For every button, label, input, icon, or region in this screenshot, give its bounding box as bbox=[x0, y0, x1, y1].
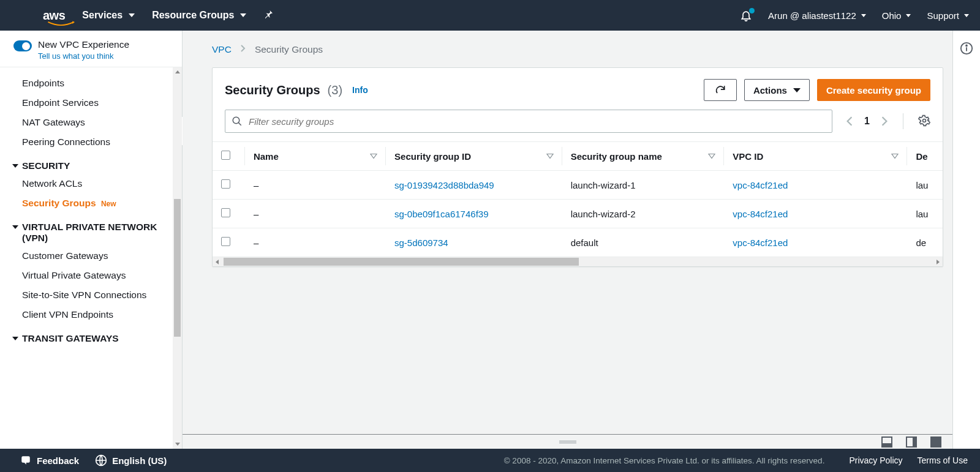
scroll-left-icon bbox=[216, 260, 219, 264]
col-desc[interactable]: De bbox=[916, 151, 927, 162]
account-menu[interactable]: Arun @ aliastest1122 bbox=[768, 10, 866, 21]
info-icon[interactable] bbox=[960, 42, 973, 55]
gear-icon bbox=[918, 114, 930, 127]
filter-input-wrap[interactable] bbox=[225, 110, 832, 133]
new-vpc-title: New VPC Experience bbox=[38, 39, 129, 50]
sidebar-item-customer-gw[interactable]: Customer Gateways bbox=[0, 246, 182, 266]
feedback-link[interactable]: Tell us what you think bbox=[38, 51, 129, 61]
sidebar-item-vpg[interactable]: Virtual Private Gateways bbox=[0, 266, 182, 285]
table-hscrollbar[interactable] bbox=[213, 257, 943, 266]
cell-desc: de bbox=[907, 228, 943, 257]
new-vpc-banner: New VPC Experience Tell us what you thin… bbox=[0, 31, 182, 67]
cell-name: – bbox=[245, 171, 386, 200]
cell-sgname: launch-wizard-2 bbox=[562, 200, 725, 228]
row-checkbox[interactable] bbox=[221, 208, 230, 217]
region-menu[interactable]: Ohio bbox=[882, 10, 911, 21]
main-content: VPC Security Groups Security Groups (3) … bbox=[183, 31, 980, 449]
cell-sgname: default bbox=[562, 228, 725, 257]
cell-name: – bbox=[245, 200, 386, 228]
view-bottom-button[interactable] bbox=[881, 436, 892, 448]
chevron-down-icon bbox=[793, 88, 801, 92]
settings-button[interactable] bbox=[918, 114, 930, 129]
chevron-down-icon bbox=[964, 14, 969, 17]
select-all-checkbox[interactable] bbox=[221, 151, 230, 160]
support-menu[interactable]: Support bbox=[927, 10, 969, 21]
sidebar-item-endpoints[interactable]: Endpoints bbox=[0, 73, 182, 93]
hscroll-thumb[interactable] bbox=[224, 258, 579, 266]
cell-sgname: launch-wizard-1 bbox=[562, 171, 725, 200]
scroll-up-icon bbox=[175, 70, 180, 73]
filter-input[interactable] bbox=[249, 116, 826, 127]
feedback-button[interactable]: Feedback bbox=[20, 455, 79, 466]
col-vpc[interactable]: VPC ID bbox=[733, 151, 763, 162]
sort-icon bbox=[708, 151, 715, 162]
scroll-right-icon bbox=[937, 260, 940, 264]
info-link[interactable]: Info bbox=[352, 85, 368, 95]
breadcrumb-current: Security Groups bbox=[255, 44, 323, 55]
pagination: 1 bbox=[846, 113, 930, 129]
section-security[interactable]: SECURITY bbox=[0, 152, 182, 174]
table-row[interactable]: – sg-0be09f1ca61746f39 launch-wizard-2 v… bbox=[213, 200, 943, 228]
split-panel-bar[interactable] bbox=[183, 434, 952, 449]
cell-sgid[interactable]: sg-0be09f1ca61746f39 bbox=[386, 200, 562, 228]
sidebar-item-network-acls[interactable]: Network ACLs bbox=[0, 174, 182, 193]
new-vpc-toggle[interactable] bbox=[13, 40, 32, 51]
page-next-button[interactable] bbox=[881, 116, 888, 127]
resource-groups-menu[interactable]: Resource Groups bbox=[152, 10, 246, 21]
cell-vpc[interactable]: vpc-84cf21ed bbox=[724, 171, 907, 200]
col-sgname[interactable]: Security group name bbox=[571, 151, 662, 162]
row-checkbox[interactable] bbox=[221, 179, 230, 189]
sidebar-item-endpoint-services[interactable]: Endpoint Services bbox=[0, 93, 182, 113]
chevron-down-icon bbox=[240, 13, 246, 17]
sidebar-item-peering[interactable]: Peering Connections bbox=[0, 132, 182, 152]
page-prev-button[interactable] bbox=[846, 116, 853, 127]
pin-icon[interactable] bbox=[263, 9, 274, 23]
breadcrumb-root[interactable]: VPC bbox=[212, 44, 232, 55]
refresh-button[interactable] bbox=[704, 79, 737, 101]
create-security-group-button[interactable]: Create security group bbox=[817, 79, 930, 101]
col-name[interactable]: Name bbox=[254, 151, 279, 162]
sidebar-item-s2s-vpn[interactable]: Site-to-Site VPN Connections bbox=[0, 285, 182, 305]
view-full-button[interactable] bbox=[930, 436, 941, 448]
cell-vpc[interactable]: vpc-84cf21ed bbox=[724, 200, 907, 228]
cell-sgid[interactable]: sg-5d609734 bbox=[386, 228, 562, 257]
section-vpn[interactable]: VIRTUAL PRIVATE NETWORK (VPN) bbox=[0, 213, 182, 246]
cell-desc: lau bbox=[907, 200, 943, 228]
privacy-link[interactable]: Privacy Policy bbox=[849, 455, 902, 465]
nav-list: Endpoints Endpoint Services NAT Gateways… bbox=[0, 67, 182, 449]
view-side-button[interactable] bbox=[906, 436, 917, 448]
scrollbar-thumb[interactable] bbox=[174, 199, 181, 337]
notifications-button[interactable] bbox=[740, 9, 752, 21]
globe-icon bbox=[95, 454, 107, 466]
cell-vpc[interactable]: vpc-84cf21ed bbox=[724, 228, 907, 257]
security-groups-table: Name Security group ID Security group na… bbox=[213, 142, 943, 257]
cell-sgid[interactable]: sg-01939423d88bda949 bbox=[386, 171, 562, 200]
table-row[interactable]: – sg-5d609734 default vpc-84cf21ed de bbox=[213, 228, 943, 257]
language-button[interactable]: English (US) bbox=[95, 454, 167, 466]
col-sgid[interactable]: Security group ID bbox=[394, 151, 471, 162]
chevron-down-icon bbox=[861, 14, 866, 17]
sidebar-item-nat-gateways[interactable]: NAT Gateways bbox=[0, 113, 182, 132]
sidebar-scrollbar[interactable] bbox=[173, 67, 182, 449]
row-checkbox[interactable] bbox=[221, 237, 230, 246]
scroll-down-icon bbox=[175, 443, 180, 446]
refresh-icon bbox=[714, 84, 726, 96]
page-number: 1 bbox=[864, 116, 870, 127]
terms-link[interactable]: Terms of Use bbox=[918, 455, 968, 465]
info-rail bbox=[952, 31, 980, 449]
sidebar-item-security-groups[interactable]: Security Groups New bbox=[0, 193, 182, 213]
footer: Feedback English (US) © 2008 - 2020, Ama… bbox=[0, 449, 980, 472]
top-nav: aws Services Resource Groups Arun @ alia… bbox=[0, 0, 980, 31]
aws-logo[interactable]: aws bbox=[43, 9, 65, 23]
sidebar-item-client-vpn[interactable]: Client VPN Endpoints bbox=[0, 305, 182, 324]
chevron-down-icon bbox=[129, 13, 135, 17]
cell-name: – bbox=[245, 228, 386, 257]
sidebar: New VPC Experience Tell us what you thin… bbox=[0, 31, 183, 449]
actions-button[interactable]: Actions bbox=[744, 79, 810, 101]
services-menu[interactable]: Services bbox=[82, 10, 135, 21]
chevron-right-icon bbox=[240, 44, 246, 55]
panel-count: (3) bbox=[328, 83, 342, 97]
section-tgw[interactable]: TRANSIT GATEWAYS bbox=[0, 324, 182, 347]
notification-dot bbox=[749, 8, 755, 13]
table-row[interactable]: – sg-01939423d88bda949 launch-wizard-1 v… bbox=[213, 171, 943, 200]
